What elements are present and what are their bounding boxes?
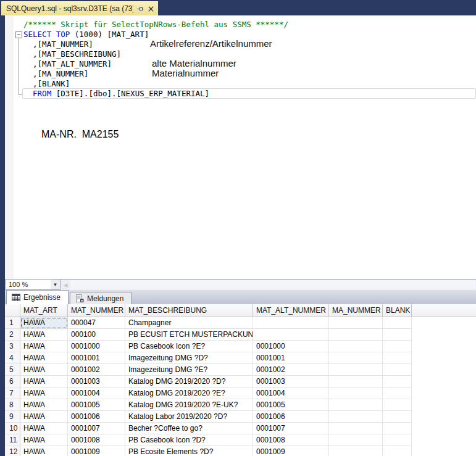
grid-cell[interactable]: HAWA — [20, 352, 68, 364]
sql-editor[interactable]: /****** Skript für SelectTopNRows-Befehl… — [5, 15, 476, 279]
row-number[interactable]: 6 — [5, 376, 20, 388]
grid-cell[interactable]: 000100 — [68, 329, 125, 341]
pin-icon[interactable] — [136, 5, 144, 13]
grid-cell[interactable] — [253, 317, 329, 329]
grid-cell[interactable]: HAWA — [20, 364, 68, 376]
grid-cell[interactable]: Champagner — [125, 317, 253, 329]
grid-cell[interactable] — [329, 376, 383, 388]
grid-cell[interactable]: 0001007 — [68, 423, 125, 434]
grid-cell[interactable] — [329, 399, 383, 411]
grid-cell[interactable]: 0001009 — [253, 446, 329, 456]
grid-cell[interactable] — [329, 317, 383, 329]
code-line-1[interactable]: /****** Skript für SelectTopNRows-Befehl… — [23, 20, 288, 30]
chevron-down-icon[interactable]: ▼ — [51, 280, 60, 289]
row-number[interactable]: 1 — [5, 317, 20, 329]
code-line-7[interactable]: ,[BLANK] — [23, 79, 288, 89]
grid-cell[interactable]: PB Ecosite Elements ?D? — [125, 446, 253, 456]
grid-cell[interactable] — [329, 388, 383, 399]
grid-cell[interactable]: Imagezeitung DMG ?E? — [125, 364, 253, 376]
grid-cell[interactable] — [383, 411, 412, 423]
grid-cell[interactable] — [329, 341, 383, 352]
grid-cell[interactable]: 0001001 — [68, 352, 125, 364]
grid-cell[interactable] — [329, 423, 383, 434]
grid-cell[interactable]: 0001002 — [253, 364, 329, 376]
row-number[interactable]: 7 — [5, 388, 20, 399]
grid-corner-cell[interactable] — [5, 304, 20, 317]
grid-cell[interactable] — [329, 352, 383, 364]
row-number[interactable]: 5 — [5, 364, 20, 376]
scroll-left-arrow-icon[interactable]: ◀ — [61, 282, 70, 288]
code-line-8[interactable]: FROM [D3TE].[dbo].[NEXUS_ERP_MATERIAL] — [23, 89, 288, 99]
column-header-mat_beschreibung[interactable]: MAT_BESCHREIBUNG — [125, 304, 253, 317]
editor-zoom-select[interactable]: 100 % ▼ — [5, 280, 61, 290]
grid-cell[interactable]: Imagezeitung DMG ?D? — [125, 352, 253, 364]
grid-cell[interactable]: 0001004 — [253, 388, 329, 399]
grid-cell[interactable]: 0001007 — [253, 423, 329, 434]
column-header-mat_alt_nummer[interactable]: MAT_ALT_NUMMER — [253, 304, 329, 317]
tab-meldungen[interactable]: Meldungen — [70, 292, 132, 304]
grid-cell[interactable]: Katalog DMG 2019/2020 ?E-UK? — [125, 399, 253, 411]
grid-cell[interactable] — [383, 329, 412, 341]
column-header-mat_nummer[interactable]: MAT_NUMMER — [68, 304, 125, 317]
grid-cell[interactable] — [383, 434, 412, 446]
grid-cell[interactable] — [383, 423, 412, 434]
grid-cell[interactable]: 0001000 — [68, 341, 125, 352]
row-number[interactable]: 10 — [5, 423, 20, 434]
grid-cell[interactable] — [329, 446, 383, 456]
grid-cell[interactable]: HAWA — [20, 446, 68, 456]
tab-ergebnisse[interactable]: Ergebnisse — [6, 290, 69, 304]
grid-cell[interactable]: 0001003 — [68, 376, 125, 388]
grid-cell[interactable]: 0001009 — [68, 446, 125, 456]
close-icon[interactable] — [148, 6, 154, 12]
row-number[interactable]: 3 — [5, 341, 20, 352]
grid-cell[interactable]: HAWA — [20, 399, 68, 411]
row-number[interactable]: 4 — [5, 352, 20, 364]
grid-cell[interactable] — [383, 341, 412, 352]
horizontal-scrollbar[interactable] — [70, 280, 475, 289]
grid-cell[interactable]: 0001002 — [68, 364, 125, 376]
grid-cell[interactable]: 0001006 — [68, 411, 125, 423]
grid-cell[interactable] — [383, 376, 412, 388]
grid-cell[interactable]: HAWA — [20, 376, 68, 388]
grid-cell[interactable]: HAWA — [20, 341, 68, 352]
grid-cell[interactable]: 0001006 — [253, 411, 329, 423]
grid-cell[interactable]: HAWA — [20, 434, 68, 446]
grid-cell[interactable]: PB Casebook Icon ?E? — [125, 341, 253, 352]
grid-cell[interactable]: PB ECUSIT ETCH MUSTERPACKUNG — [125, 329, 253, 341]
column-header-ma_nummer[interactable]: MA_NUMMER — [329, 304, 383, 317]
grid-cell[interactable]: 0001005 — [253, 399, 329, 411]
grid-cell[interactable]: PB Casebook Icon ?D? — [125, 434, 253, 446]
row-number[interactable]: 12 — [5, 446, 20, 456]
grid-cell[interactable]: Katalog DMG 2019/2020 ?E? — [125, 388, 253, 399]
column-header-mat_art[interactable]: MAT_ART — [20, 304, 68, 317]
document-tab[interactable]: SQLQuery1.sql - sql3srv.D3TE (sa (73)) — [1, 1, 158, 15]
grid-cell[interactable]: 0001003 — [253, 376, 329, 388]
grid-cell[interactable] — [383, 388, 412, 399]
code-fold-collapse-icon[interactable] — [15, 31, 22, 38]
row-number[interactable]: 11 — [5, 434, 20, 446]
grid-cell[interactable] — [383, 317, 412, 329]
grid-cell[interactable]: HAWA — [20, 388, 68, 399]
grid-cell[interactable]: 0001008 — [253, 434, 329, 446]
grid-cell[interactable] — [383, 352, 412, 364]
grid-cell[interactable]: 0001004 — [68, 388, 125, 399]
row-number[interactable]: 8 — [5, 399, 20, 411]
grid-cell[interactable]: HAWA — [20, 423, 68, 434]
grid-cell[interactable] — [253, 329, 329, 341]
grid-cell[interactable]: Katalog Labor 2019/2020 ?D? — [125, 411, 253, 423]
grid-cell[interactable]: HAWA — [20, 317, 68, 329]
grid-cell[interactable] — [383, 399, 412, 411]
grid-cell[interactable]: 0001005 — [68, 399, 125, 411]
row-number[interactable]: 9 — [5, 411, 20, 423]
grid-cell[interactable] — [329, 434, 383, 446]
grid-cell[interactable]: Becher ?Coffee to go? — [125, 423, 253, 434]
grid-cell[interactable] — [383, 446, 412, 456]
grid-cell[interactable]: 0001001 — [253, 352, 329, 364]
column-header-blank[interactable]: BLANK — [383, 304, 412, 317]
grid-cell[interactable] — [329, 364, 383, 376]
grid-cell[interactable]: 0001008 — [68, 434, 125, 446]
grid-cell[interactable]: HAWA — [20, 329, 68, 341]
row-number[interactable]: 2 — [5, 329, 20, 341]
grid-cell[interactable] — [329, 411, 383, 423]
grid-cell[interactable] — [383, 364, 412, 376]
